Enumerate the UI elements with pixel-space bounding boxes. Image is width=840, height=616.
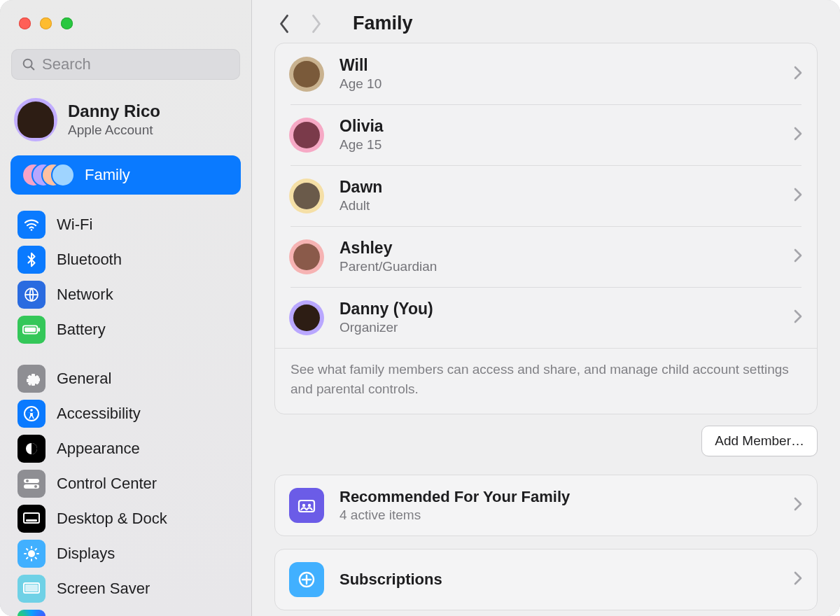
- svg-point-28: [302, 504, 305, 507]
- sidebar-item-label: Screen Saver: [57, 580, 150, 598]
- add-member-button[interactable]: Add Member…: [701, 426, 818, 456]
- minimize-window-button[interactable]: [40, 18, 52, 29]
- desktop-dock-icon: [18, 505, 46, 533]
- member-name: Ashley: [340, 239, 437, 258]
- sidebar-nav: Wi-Fi Bluetooth Network Battery General: [0, 207, 251, 616]
- close-window-button[interactable]: [19, 18, 31, 29]
- page-title: Family: [353, 13, 413, 34]
- family-member-row[interactable]: WillAge 10: [275, 43, 817, 104]
- sidebar-item-label: Battery: [57, 321, 106, 339]
- control-center-icon: [18, 470, 46, 498]
- member-name: Danny (You): [340, 300, 433, 318]
- chevron-right-icon: [793, 126, 803, 144]
- sidebar-item-battery[interactable]: Battery: [10, 312, 241, 347]
- sidebar-item-network[interactable]: Network: [10, 277, 241, 312]
- svg-rect-6: [38, 328, 40, 332]
- member-name: Olivia: [340, 117, 384, 136]
- sidebar-item-screen-saver[interactable]: Screen Saver: [10, 571, 241, 606]
- chevron-right-icon: [793, 65, 803, 83]
- sidebar-account[interactable]: Danny Rico Apple Account: [0, 87, 251, 153]
- member-role: Parent/Guardian: [340, 259, 437, 274]
- svg-point-29: [308, 504, 311, 507]
- member-role: Adult: [340, 198, 382, 214]
- fullscreen-window-button[interactable]: [61, 18, 73, 29]
- sidebar-item-label: Bluetooth: [57, 251, 122, 269]
- family-members-panel: WillAge 10OliviaAge 15DawnAdultAshleyPar…: [274, 43, 818, 414]
- sidebar: Search Danny Rico Apple Account Family W…: [0, 0, 252, 616]
- network-icon: [18, 281, 46, 309]
- siri-icon: [18, 610, 46, 616]
- sidebar-item-label: Control Center: [57, 475, 157, 493]
- svg-point-12: [26, 479, 29, 482]
- forward-button[interactable]: [307, 14, 326, 34]
- screen-saver-icon: [18, 575, 46, 603]
- battery-icon: [18, 316, 46, 344]
- member-name: Dawn: [340, 178, 382, 197]
- sidebar-item-label: Wi-Fi: [57, 216, 92, 234]
- sidebar-item-wifi[interactable]: Wi-Fi: [10, 207, 241, 242]
- svg-point-13: [34, 485, 37, 488]
- family-avatar-stack: [22, 161, 75, 189]
- subscriptions-title: Subscriptions: [340, 570, 442, 589]
- svg-rect-26: [25, 584, 38, 592]
- chevron-right-icon: [793, 187, 803, 205]
- member-role: Age 15: [340, 137, 384, 153]
- recommended-icon: [289, 488, 324, 523]
- family-member-row[interactable]: DawnAdult: [275, 165, 817, 226]
- sidebar-item-desktop-dock[interactable]: Desktop & Dock: [10, 501, 241, 536]
- sidebar-item-label: Accessibility: [57, 405, 141, 423]
- svg-point-8: [30, 409, 33, 412]
- sidebar-item-displays[interactable]: Displays: [10, 536, 241, 571]
- gear-icon: [18, 365, 46, 393]
- content-header: Family: [252, 0, 840, 43]
- sidebar-item-control-center[interactable]: Control Center: [10, 466, 241, 501]
- svg-line-21: [27, 549, 28, 550]
- member-avatar: [289, 300, 324, 335]
- recommended-title: Recommended For Your Family: [340, 488, 570, 506]
- search-placeholder: Search: [42, 55, 91, 74]
- member-avatar: [289, 239, 324, 274]
- sidebar-item-bluetooth[interactable]: Bluetooth: [10, 242, 241, 277]
- family-member-row[interactable]: AshleyParent/Guardian: [275, 226, 817, 287]
- svg-point-16: [28, 550, 35, 557]
- chevron-left-icon: [276, 12, 292, 36]
- member-avatar: [289, 57, 324, 92]
- chevron-right-icon: [793, 496, 803, 514]
- back-button[interactable]: [274, 14, 294, 34]
- svg-line-22: [36, 558, 37, 559]
- family-members-footer: See what family members can access and s…: [275, 348, 817, 414]
- accessibility-icon: [18, 400, 46, 428]
- wifi-icon: [18, 211, 46, 239]
- chevron-right-icon: [793, 309, 803, 327]
- member-role: Age 10: [340, 76, 382, 92]
- svg-point-2: [31, 229, 33, 231]
- account-subtitle: Apple Account: [68, 122, 160, 138]
- svg-line-23: [27, 558, 28, 559]
- search-input[interactable]: Search: [11, 49, 240, 80]
- displays-icon: [18, 540, 46, 568]
- appearance-icon: [18, 435, 46, 463]
- sidebar-item-appearance[interactable]: Appearance: [10, 431, 241, 466]
- search-icon: [21, 57, 36, 72]
- recommended-subtitle: 4 active items: [340, 507, 570, 523]
- sidebar-item-accessibility[interactable]: Accessibility: [10, 396, 241, 431]
- account-name: Danny Rico: [68, 102, 160, 121]
- svg-line-24: [36, 549, 37, 550]
- subscriptions-card[interactable]: Subscriptions: [274, 549, 818, 610]
- chevron-right-icon: [309, 12, 324, 36]
- sidebar-item-general[interactable]: General: [10, 361, 241, 396]
- member-avatar: [289, 118, 324, 153]
- content-pane: Family WillAge 10OliviaAge 15DawnAdultAs…: [252, 0, 840, 616]
- member-avatar: [289, 178, 324, 214]
- sidebar-item-siri[interactable]: Siri: [10, 606, 241, 616]
- sidebar-item-label: Family: [85, 166, 130, 184]
- sidebar-item-label: Appearance: [57, 440, 140, 458]
- settings-window: Search Danny Rico Apple Account Family W…: [0, 0, 840, 616]
- family-member-row[interactable]: OliviaAge 15: [275, 104, 817, 165]
- account-avatar: [14, 98, 57, 141]
- family-member-row[interactable]: Danny (You)Organizer: [275, 287, 817, 348]
- sidebar-item-family[interactable]: Family: [10, 155, 241, 195]
- chevron-right-icon: [793, 248, 803, 266]
- member-role: Organizer: [340, 320, 433, 335]
- recommended-card[interactable]: Recommended For Your Family 4 active ite…: [274, 475, 818, 536]
